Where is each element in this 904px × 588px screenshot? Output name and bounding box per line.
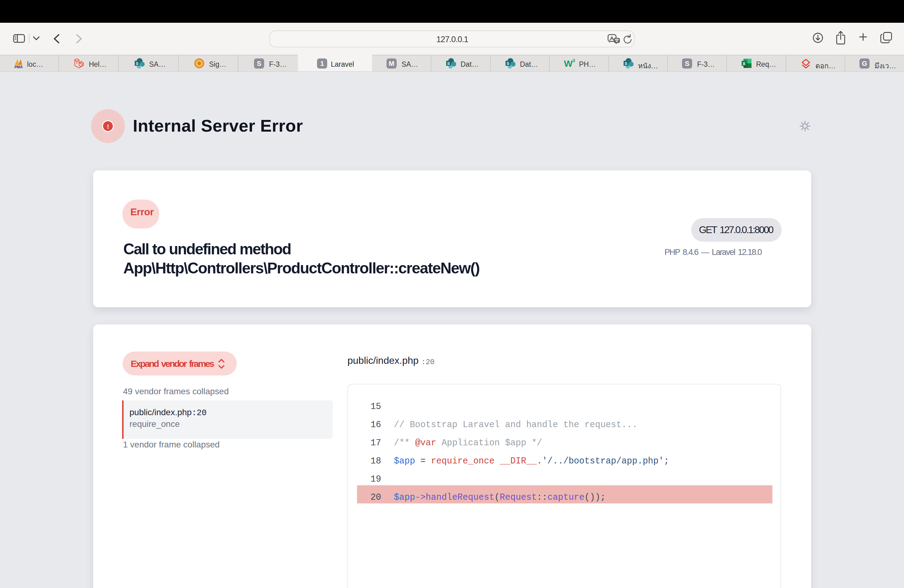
svg-text:3: 3 <box>572 58 575 63</box>
svg-text:S: S <box>136 61 139 66</box>
svg-text:W: W <box>564 58 573 69</box>
svg-text:X: X <box>743 61 746 66</box>
svg-text:S: S <box>625 61 627 66</box>
svg-text:PMA: PMA <box>14 65 23 69</box>
svg-text:S: S <box>507 61 509 66</box>
svg-text:S: S <box>447 61 450 66</box>
